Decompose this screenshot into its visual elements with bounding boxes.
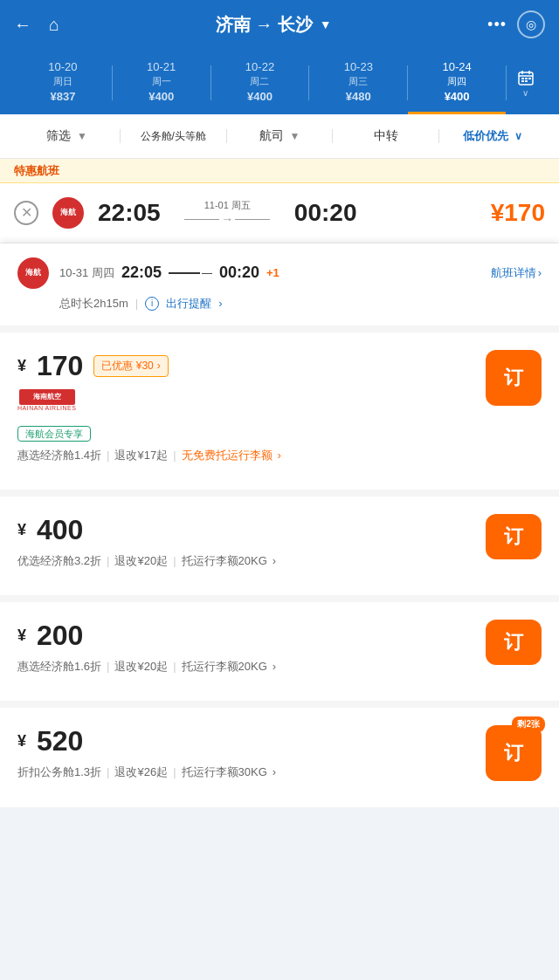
price-desc-2: 惠选经济舱1.6折 | 退改¥20起 | 托运行李额20KG › — [17, 659, 486, 675]
date-tab-2[interactable]: 10-22 周二 ¥400 — [211, 52, 309, 114]
luggage-chevron-0[interactable]: › — [278, 449, 281, 462]
airline-row-0: 海南航空 HAINAN AIRLINES — [17, 389, 486, 411]
calendar-more-icon: ∨ — [522, 88, 528, 98]
price-yen-3: ¥ — [17, 732, 26, 750]
luggage-chevron-3: › — [273, 765, 276, 778]
book-btn-text-1: 订 — [504, 524, 523, 550]
header: ← ⌂ 济南 → 长沙 ▼ ••• ◎ 10-20 周日 ¥837 10-21 … — [0, 0, 559, 114]
price-card-2: ¥200 惠选经济舱1.6折 | 退改¥20起 | 托运行李额20KG › 订 — [0, 602, 559, 701]
bg-arrive-date: 11-01 周五 — [175, 199, 280, 212]
sep-1a: | — [107, 554, 109, 567]
filter-item-transfer[interactable]: 中转 — [333, 125, 438, 147]
date-price-2: ¥400 — [215, 89, 306, 105]
price-yen-0: ¥ — [17, 357, 26, 375]
date-num-4: 10-24 — [411, 59, 502, 75]
refund-info-0: 退改¥17起 — [114, 448, 168, 463]
cabin-label: 公务舱/头等舱 — [141, 130, 206, 142]
luggage-info-0[interactable]: 无免费托运行李额 — [182, 448, 273, 463]
date-num-2: 10-22 — [215, 59, 306, 75]
price-row-0: ¥170 已优惠 ¥30 › 海南航空 HAINAN AIRLINES — [17, 350, 542, 463]
book-button-3[interactable]: 剩2张 订 — [486, 725, 542, 781]
svg-rect-8 — [525, 80, 528, 82]
route-title: 济南 → 长沙 ▼ — [216, 13, 332, 37]
price-main-3: ¥520 — [17, 725, 486, 757]
header-icons: ••• ◎ — [487, 10, 545, 38]
luggage-chevron-2: › — [273, 660, 276, 673]
svg-rect-4 — [521, 78, 524, 79]
airline-sub-0: HAINAN AIRLINES — [17, 405, 76, 411]
discount-text-0: 已优惠 ¥30 — [101, 359, 153, 373]
sort-icon: ∨ — [514, 130, 522, 142]
price-info-1: ¥400 优选经济舱3.2折 | 退改¥20起 | 托运行李额20KG › — [17, 514, 486, 569]
price-row-3: ¥520 折扣公务舱1.3折 | 退改¥26起 | 托运行李额30KG › 剩2… — [17, 725, 542, 781]
reminder-link[interactable]: 出行提醒 — [166, 296, 211, 312]
more-icon[interactable]: ••• — [487, 16, 507, 34]
sep-3b: | — [173, 765, 176, 778]
price-main-1: ¥400 — [17, 514, 486, 546]
price-info-2: ¥200 惠选经济舱1.6折 | 退改¥20起 | 托运行李额20KG › — [17, 620, 486, 675]
back-icon[interactable]: ← — [14, 15, 31, 35]
close-button[interactable]: ✕ — [14, 201, 38, 225]
sep-0b: | — [173, 449, 176, 462]
modal-overlay: 海航 10-31 周四 22:05 — 00:20 +1 航班详情 › 总时长2… — [0, 243, 559, 807]
filter-bar: 筛选 ▼ 公务舱/头等舱 航司 ▼ 中转 低价优先 ∨ — [0, 114, 559, 159]
date-tab-4[interactable]: 10-24 周四 ¥400 — [408, 52, 506, 114]
refund-info-1: 退改¥20起 — [114, 553, 168, 569]
date-tab-0[interactable]: 10-20 周日 ¥837 — [14, 52, 112, 114]
price-amount-0: 170 — [37, 350, 83, 382]
airline-logo-icon: 海航 — [52, 197, 84, 229]
luggage-info-1: 托运行李额20KG — [182, 553, 267, 569]
discount-badge-0[interactable]: 已优惠 ¥30 › — [93, 355, 168, 377]
sep-2b: | — [173, 660, 176, 673]
book-btn-text-2: 订 — [504, 629, 523, 655]
bg-depart-time: 22:05 — [98, 199, 161, 227]
book-btn-text-0: 订 — [504, 365, 523, 391]
date-week-0: 周日 — [17, 75, 108, 88]
airline-logo-wrap-0: 海南航空 HAINAN AIRLINES — [17, 389, 76, 411]
date-tab-1[interactable]: 10-21 周一 ¥400 — [113, 52, 210, 114]
duration-text: 总时长2h15m — [59, 296, 128, 312]
book-button-1[interactable]: 订 — [486, 514, 542, 559]
discount-chevron-0: › — [157, 360, 161, 372]
price-desc-1: 优选经济舱3.2折 | 退改¥20起 | 托运行李额20KG › — [17, 553, 486, 569]
calendar-tab[interactable]: ∨ — [507, 62, 545, 105]
chevron-right-icon: › — [538, 266, 542, 279]
price-main-0: ¥170 已优惠 ¥30 › — [17, 350, 486, 382]
info-icon: i — [145, 297, 159, 311]
sep-2a: | — [107, 660, 109, 673]
member-row-0: 海航会员专享 — [17, 425, 486, 441]
date-num-1: 10-21 — [116, 59, 207, 75]
book-button-2[interactable]: 订 — [486, 620, 542, 665]
filter-label: 筛选 — [46, 128, 71, 142]
camera-icon[interactable]: ◎ — [517, 10, 545, 38]
flight-info-row: 海航 10-31 周四 22:05 — 00:20 +1 航班详情 › — [17, 257, 542, 289]
date-week-3: 周三 — [313, 75, 404, 88]
date-price-4: ¥400 — [411, 89, 502, 105]
home-icon[interactable]: ⌂ — [49, 15, 59, 35]
sep-0a: | — [107, 449, 109, 462]
filter-item-filter[interactable]: 筛选 ▼ — [14, 125, 120, 147]
date-price-0: ¥837 — [17, 89, 108, 105]
filter-item-airline[interactable]: 航司 ▼ — [227, 125, 333, 147]
price-desc-0: 惠选经济舱1.4折 | 退改¥17起 | 无免费托运行李额 › — [17, 448, 486, 463]
svg-rect-7 — [521, 80, 524, 82]
detail-arrive: 00:20 — [219, 264, 259, 282]
detail-time-route: 10-31 周四 22:05 — 00:20 +1 — [59, 264, 480, 282]
filter-item-sort[interactable]: 低价优先 ∨ — [439, 125, 545, 147]
detail-link[interactable]: 航班详情 › — [491, 265, 542, 281]
detail-depart: 22:05 — [121, 264, 162, 282]
airline-label: 航司 — [259, 128, 284, 142]
remaining-badge-3: 剩2张 — [512, 716, 545, 732]
dropdown-icon[interactable]: ▼ — [320, 17, 332, 31]
svg-rect-6 — [528, 78, 531, 79]
sub-separator: | — [135, 297, 138, 310]
price-card-3: ¥520 折扣公务舱1.3折 | 退改¥26起 | 托运行李额30KG › 剩2… — [0, 708, 559, 807]
book-button-0[interactable]: 订 — [486, 350, 542, 406]
filter-item-cabin[interactable]: 公务舱/头等舱 — [121, 125, 226, 147]
price-amount-1: 400 — [37, 514, 83, 546]
filter-icon: ▼ — [77, 130, 87, 142]
detail-arrow: — — [169, 267, 212, 279]
luggage-info-3: 托运行李额30KG — [182, 764, 267, 780]
date-tab-3[interactable]: 10-23 周三 ¥480 — [309, 52, 407, 114]
price-yen-1: ¥ — [17, 521, 26, 539]
